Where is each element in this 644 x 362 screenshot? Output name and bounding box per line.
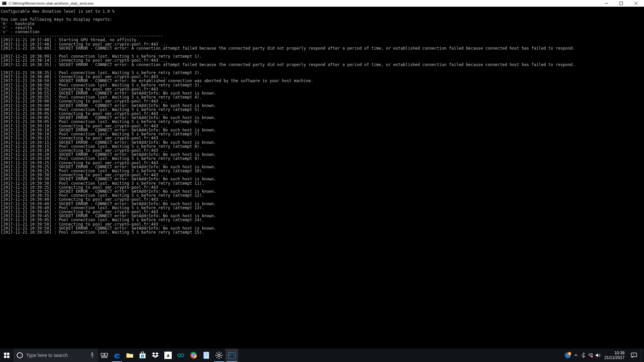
svg-rect-17 bbox=[102, 357, 107, 358]
clock-time: 10:39 bbox=[604, 351, 625, 355]
terminal-output[interactable]: Configurable dev donation level is set t… bbox=[0, 7, 644, 349]
svg-text:C:\: C:\ bbox=[229, 354, 234, 357]
taskbar-app-chrome[interactable] bbox=[187, 349, 200, 362]
title-bar: C:\ C:\Mining\Monero\xmr-stak-amd\xmr_st… bbox=[0, 0, 644, 7]
svg-rect-19 bbox=[140, 354, 146, 358]
microphone-icon[interactable] bbox=[90, 352, 95, 359]
svg-rect-21 bbox=[143, 355, 144, 356]
show-desktop-button[interactable] bbox=[641, 349, 643, 362]
taskbar-app-notepad[interactable] bbox=[200, 349, 213, 362]
tray-network-icon[interactable] bbox=[587, 349, 594, 362]
svg-rect-5 bbox=[620, 2, 623, 5]
minimize-button[interactable] bbox=[599, 0, 614, 7]
svg-rect-52 bbox=[569, 354, 570, 354]
taskbar-app-arduino[interactable] bbox=[174, 349, 187, 362]
start-button[interactable] bbox=[0, 349, 13, 362]
search-placeholder: Type here to search bbox=[26, 353, 68, 358]
svg-line-45 bbox=[221, 353, 222, 354]
cortana-icon bbox=[17, 352, 23, 358]
svg-line-44 bbox=[221, 357, 222, 358]
clock-date: 21/11/2017 bbox=[604, 355, 625, 360]
app-icon: C:\ bbox=[2, 1, 7, 6]
taskbar-app-dropbox[interactable] bbox=[149, 349, 162, 362]
maximize-button[interactable] bbox=[614, 0, 629, 7]
svg-point-29 bbox=[178, 354, 181, 357]
taskbar-app-console[interactable]: C:\ bbox=[225, 349, 238, 362]
svg-rect-18 bbox=[126, 354, 133, 358]
svg-point-38 bbox=[218, 354, 220, 357]
taskbar: Type here to search a bbox=[0, 349, 644, 362]
svg-rect-11 bbox=[7, 356, 9, 358]
tray-volume-icon[interactable] bbox=[594, 349, 602, 362]
svg-point-30 bbox=[181, 354, 184, 357]
svg-rect-20 bbox=[141, 355, 143, 356]
taskbar-app-edge[interactable] bbox=[111, 349, 123, 362]
svg-rect-51 bbox=[569, 353, 570, 354]
svg-rect-12 bbox=[92, 352, 93, 355]
svg-rect-8 bbox=[4, 353, 6, 355]
search-box[interactable]: Type here to search bbox=[13, 349, 98, 362]
tray-clock[interactable]: 10:39 21/11/2017 bbox=[602, 351, 627, 360]
taskbar-app-store[interactable] bbox=[136, 349, 149, 362]
svg-rect-10 bbox=[4, 356, 6, 358]
window-title: C:\Mining\Monero\xmr-stak-amd\xmr_stak_a… bbox=[9, 1, 94, 5]
svg-rect-15 bbox=[101, 353, 104, 356]
taskbar-app-file-explorer[interactable] bbox=[123, 349, 136, 362]
svg-text:1: 1 bbox=[633, 354, 634, 356]
close-button[interactable] bbox=[629, 0, 643, 7]
svg-marker-25 bbox=[155, 352, 159, 355]
svg-rect-23 bbox=[143, 356, 144, 358]
tray-app-icon[interactable] bbox=[564, 349, 572, 362]
svg-line-46 bbox=[216, 357, 217, 358]
taskbar-app-settings[interactable] bbox=[213, 349, 225, 362]
task-view-button[interactable] bbox=[98, 349, 111, 362]
svg-marker-24 bbox=[152, 352, 155, 355]
svg-rect-34 bbox=[204, 352, 209, 359]
tray-show-hidden-icons[interactable] bbox=[572, 349, 580, 362]
svg-point-33 bbox=[192, 354, 195, 356]
tray-bluetooth-icon[interactable] bbox=[580, 349, 587, 362]
svg-text:C:\: C:\ bbox=[3, 2, 7, 5]
taskbar-app-amazon[interactable]: a bbox=[162, 349, 174, 362]
svg-line-43 bbox=[216, 353, 217, 354]
action-center-button[interactable]: 1 bbox=[627, 349, 641, 362]
svg-rect-22 bbox=[141, 356, 143, 358]
svg-rect-16 bbox=[105, 353, 108, 356]
svg-marker-56 bbox=[596, 353, 598, 357]
svg-point-50 bbox=[568, 352, 571, 355]
svg-rect-9 bbox=[7, 353, 9, 355]
